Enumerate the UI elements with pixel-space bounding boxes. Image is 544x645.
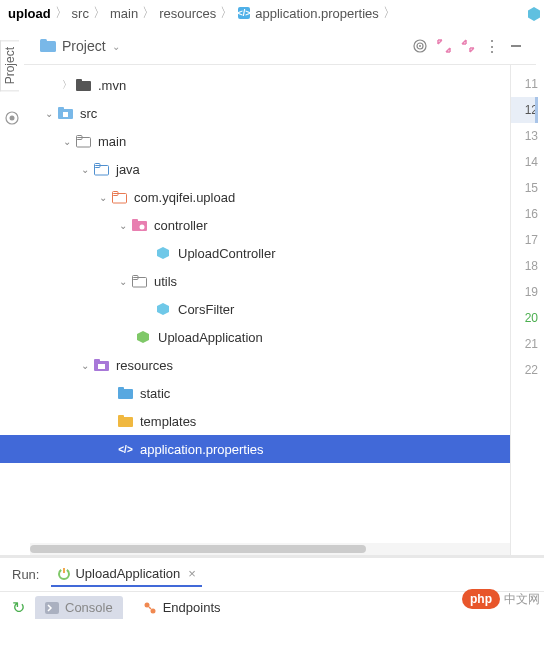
tree-node-application-properties[interactable]: </> application.properties [0, 435, 510, 463]
project-toolbar: Project ⌄ ⋮ [24, 28, 536, 65]
module-folder-icon [56, 107, 74, 120]
project-icon [40, 39, 56, 53]
svg-rect-17 [94, 165, 108, 175]
chevron-right-icon: 〉 [142, 4, 155, 22]
breadcrumb-main[interactable]: main [110, 6, 138, 21]
endpoints-icon [143, 601, 157, 615]
line-number: 20 [511, 305, 538, 331]
breadcrumb-resources[interactable]: resources [159, 6, 216, 21]
tree-node-utils[interactable]: ⌄ utils [0, 267, 510, 295]
svg-rect-9 [511, 45, 521, 47]
chevron-right-icon: 〉 [220, 4, 233, 22]
properties-file-icon: </> [116, 443, 134, 456]
run-tab[interactable]: UploadApplication × [51, 562, 201, 587]
spring-run-icon [57, 567, 71, 581]
tree-node-main[interactable]: ⌄ main [0, 127, 510, 155]
endpoints-tab[interactable]: Endpoints [133, 596, 231, 619]
svg-rect-13 [58, 107, 64, 111]
line-number: 11 [511, 71, 538, 97]
expand-in-icon[interactable] [432, 34, 456, 58]
line-number: 22 [511, 357, 538, 383]
tree-node-mvn[interactable]: 〉 .mvn [0, 71, 510, 99]
target-icon[interactable] [408, 34, 432, 58]
svg-text:</>: </> [238, 8, 251, 18]
chevron-right-icon: 〉 [383, 4, 396, 22]
breadcrumb-file[interactable]: application.properties [255, 6, 379, 21]
tree-node-controller[interactable]: ⌄ controller [0, 211, 510, 239]
class-icon [154, 302, 172, 316]
resources-folder-icon [92, 359, 110, 372]
line-number: 19 [511, 279, 538, 305]
templates-folder-icon [116, 415, 134, 428]
tree-node-package[interactable]: ⌄ com.yqifei.upload [0, 183, 510, 211]
console-icon [45, 602, 59, 614]
restart-icon[interactable]: ↻ [12, 598, 25, 617]
line-number: 17 [511, 227, 538, 253]
chevron-right-icon: 〉 [93, 4, 106, 22]
svg-rect-5 [40, 39, 47, 43]
svg-rect-11 [76, 79, 82, 83]
svg-rect-15 [76, 137, 90, 147]
horizontal-scrollbar[interactable] [30, 543, 510, 555]
line-number: 12 [511, 97, 538, 123]
chevron-down-icon: ⌄ [42, 108, 56, 119]
svg-text:</>: </> [118, 444, 133, 455]
svg-rect-28 [98, 364, 105, 369]
svg-point-39 [150, 608, 155, 613]
breadcrumb-root[interactable]: upload [8, 6, 51, 21]
spring-app-icon [134, 330, 152, 344]
run-tab-label: UploadApplication [75, 566, 180, 581]
tree-node-static[interactable]: static [0, 379, 510, 407]
tree-node-upload-controller[interactable]: UploadController [0, 239, 510, 267]
class-icon [154, 246, 172, 260]
tree-node-src[interactable]: ⌄ src [0, 99, 510, 127]
chevron-right-icon: 〉 [60, 78, 74, 92]
svg-rect-24 [132, 277, 146, 287]
editor-gutter: 11 12 13 14 15 16 17 18 19 20 21 22 [510, 65, 544, 555]
web-folder-icon [116, 387, 134, 400]
svg-rect-19 [112, 193, 126, 203]
close-icon[interactable]: × [188, 566, 196, 581]
svg-rect-36 [63, 568, 65, 573]
chevron-down-icon: ⌄ [96, 192, 110, 203]
project-view-label: Project [62, 38, 106, 54]
svg-point-23 [139, 224, 144, 229]
source-folder-icon [92, 163, 110, 176]
tree-node-java[interactable]: ⌄ java [0, 155, 510, 183]
line-number: 14 [511, 149, 538, 175]
main-area: 〉 .mvn ⌄ src ⌄ main ⌄ java ⌄ com.yqifei.… [0, 65, 544, 555]
tree-node-upload-application[interactable]: UploadApplication [0, 323, 510, 351]
svg-rect-32 [118, 415, 124, 419]
watermark: php 中文网 [462, 589, 540, 609]
breadcrumb-src[interactable]: src [72, 6, 89, 21]
line-number: 13 [511, 123, 538, 149]
chevron-down-icon: ⌄ [60, 136, 74, 147]
breadcrumb: upload 〉 src 〉 main 〉 resources 〉 </> ap… [0, 0, 544, 26]
maven-icon[interactable] [526, 6, 542, 22]
run-header: Run: UploadApplication × [0, 558, 544, 592]
chevron-down-icon: ⌄ [116, 220, 130, 231]
svg-rect-14 [63, 112, 68, 117]
svg-rect-30 [118, 387, 124, 391]
folder-outline-icon [74, 135, 92, 148]
tree-node-templates[interactable]: templates [0, 407, 510, 435]
line-number: 16 [511, 201, 538, 227]
watermark-badge: php [462, 589, 500, 609]
project-tree: 〉 .mvn ⌄ src ⌄ main ⌄ java ⌄ com.yqifei.… [0, 65, 510, 555]
chevron-down-icon: ⌄ [112, 41, 120, 52]
tree-node-cors-filter[interactable]: CorsFilter [0, 295, 510, 323]
console-tab[interactable]: Console [35, 596, 123, 619]
line-number: 15 [511, 175, 538, 201]
project-view-selector[interactable]: Project ⌄ [32, 36, 128, 56]
endpoints-tab-label: Endpoints [163, 600, 221, 615]
svg-rect-27 [94, 359, 100, 363]
chevron-down-icon: ⌄ [116, 276, 130, 287]
chevron-down-icon: ⌄ [78, 360, 92, 371]
more-icon[interactable]: ⋮ [480, 34, 504, 58]
expand-out-icon[interactable] [456, 34, 480, 58]
tree-node-resources[interactable]: ⌄ resources [0, 351, 510, 379]
package-folder-icon [110, 191, 128, 204]
folder-outline-icon [130, 275, 148, 288]
line-number: 21 [511, 331, 538, 357]
minimize-icon[interactable] [504, 34, 528, 58]
